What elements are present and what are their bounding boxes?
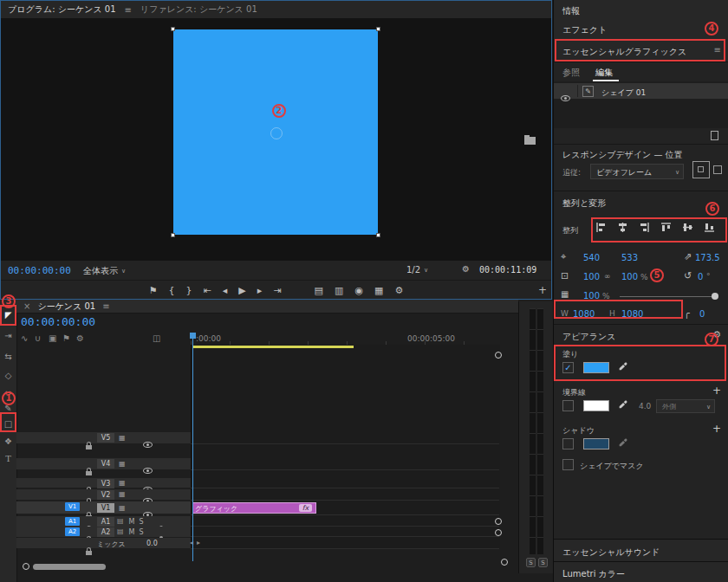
horizontal-scrollbar[interactable] — [33, 564, 106, 570]
close-icon[interactable]: × — [23, 301, 30, 311]
shape-handle-bl[interactable] — [171, 233, 175, 237]
time-ruler[interactable]: :00:00 00:00:05:00 — [191, 333, 499, 346]
follow-select[interactable]: ビデオフレーム ∨ — [590, 164, 684, 179]
clip-fx-badge[interactable]: fx — [299, 504, 312, 512]
zoom-level-select[interactable]: 全体表示 ∨ — [83, 265, 126, 277]
ripple-edit-tool[interactable]: ⇆ — [0, 352, 16, 361]
effects-panel-tab[interactable]: エフェクト — [554, 19, 728, 40]
timeline-menu-icon[interactable]: ≡ — [102, 301, 109, 311]
stroke-width-value[interactable]: 4.0 — [639, 402, 651, 411]
track-output-eye-icon[interactable] — [143, 442, 153, 448]
hand-tool[interactable]: ❖ — [0, 436, 16, 446]
sync-lock-icon[interactable]: ▦ — [119, 490, 126, 498]
layer-name[interactable]: シェイプ 01 — [601, 87, 646, 99]
caption-track-icon[interactable]: ◫ — [153, 333, 160, 343]
go-to-in-icon[interactable]: ⇤ — [204, 285, 211, 296]
track-label-v1[interactable]: V1 — [97, 503, 114, 513]
mute-button[interactable]: M — [127, 528, 136, 536]
play-icon[interactable]: ▶ — [238, 285, 245, 296]
corner-radius-value[interactable]: 0 — [699, 309, 705, 319]
meter-solo-left[interactable]: S — [526, 558, 536, 567]
opacity-slider-track[interactable] — [620, 296, 717, 297]
panel-menu-icon[interactable]: ≡ — [125, 5, 132, 15]
button-editor-icon[interactable]: ⚙ — [394, 285, 403, 296]
shadow-eyedropper-icon[interactable] — [618, 438, 627, 448]
mix-level-value[interactable]: 0.0 — [146, 540, 158, 547]
track-output-eye-icon[interactable] — [143, 468, 153, 474]
shadow-checkbox[interactable] — [562, 438, 574, 449]
sync-lock-icon[interactable]: ▦ — [119, 460, 126, 468]
sequence-marker-icon[interactable]: ⚑ — [62, 333, 70, 343]
playhead-line[interactable] — [192, 334, 193, 561]
info-panel-tab[interactable]: 情報 — [554, 0, 728, 20]
vscroll-handle[interactable] — [495, 352, 502, 359]
work-area-bar[interactable] — [192, 346, 354, 348]
linked-selection-icon[interactable]: ▣ — [49, 333, 56, 343]
essential-sound-tab[interactable]: エッセンシャルサウンド — [554, 539, 728, 563]
opacity-slider-thumb[interactable] — [712, 293, 718, 300]
sync-lock-icon[interactable]: ▦ — [119, 504, 126, 512]
add-shadow-icon[interactable]: + — [712, 423, 721, 435]
lumetri-color-tab[interactable]: Lumetri カラー — [554, 561, 728, 582]
go-to-out-icon[interactable]: ⇥ — [273, 285, 281, 296]
audio-waveform-icon[interactable]: ▤ — [117, 517, 124, 525]
track-content-area[interactable] — [191, 345, 500, 549]
vscroll-handle[interactable] — [495, 518, 502, 525]
vscroll-handle[interactable] — [495, 529, 502, 536]
mark-in-icon[interactable]: { — [169, 285, 175, 296]
audio-waveform-icon[interactable]: ▤ — [117, 527, 124, 535]
mute-button[interactable]: M — [127, 518, 136, 526]
shape-anchor-point[interactable] — [270, 127, 283, 139]
stroke-type-select[interactable]: 外側 ∨ — [656, 399, 715, 413]
keyframe-next-icon[interactable]: ▸ — [197, 539, 200, 546]
tab-edit[interactable]: 編集 — [595, 67, 613, 79]
track-label-v2[interactable]: V2 — [97, 490, 114, 500]
stroke-color-swatch[interactable] — [583, 400, 609, 411]
link-scale-icon[interactable]: ∞ — [604, 272, 611, 281]
position-y-value[interactable]: 533 — [621, 253, 638, 262]
solo-button[interactable]: S — [137, 518, 146, 526]
layer-row-shape01[interactable]: ✎ シェイプ 01 — [554, 83, 728, 99]
track-label-v5[interactable]: V5 — [97, 433, 114, 443]
lock-icon[interactable] — [86, 551, 92, 555]
add-stroke-icon[interactable]: + — [712, 385, 721, 397]
program-viewport[interactable] — [1, 18, 551, 261]
scale-value[interactable]: 100 — [621, 272, 638, 281]
rotation-value[interactable]: 0 — [698, 272, 703, 281]
sync-lock-icon[interactable]: ▦ — [119, 479, 126, 487]
track-label-v3[interactable]: V3 — [97, 479, 114, 488]
lock-icon[interactable] — [86, 471, 92, 475]
hscroll-end-handle[interactable] — [501, 559, 508, 566]
tab-program[interactable]: プログラム: シーケンス 01 — [8, 3, 116, 16]
stroke-eyedropper-icon[interactable] — [618, 400, 627, 410]
program-timecode[interactable]: 00:00:00:00 — [8, 265, 71, 276]
hscroll-start-handle[interactable] — [23, 563, 29, 570]
new-folder-icon[interactable] — [524, 137, 536, 145]
type-tool[interactable]: T — [0, 454, 16, 463]
playback-resolution-select[interactable]: 1/2 ∨ — [406, 265, 428, 275]
responsive-pin-widget[interactable] — [689, 159, 727, 182]
add-marker-icon[interactable]: ⚑ — [149, 285, 158, 296]
track-select-tool[interactable]: ⇥ — [0, 331, 16, 340]
lock-icon[interactable] — [86, 445, 92, 449]
rotation-value-right[interactable]: 173.5 — [695, 253, 720, 262]
shape-handle-tl[interactable] — [171, 27, 175, 31]
add-button-icon[interactable]: + — [538, 284, 547, 296]
shape-rectangle[interactable] — [173, 29, 378, 235]
sync-lock-icon[interactable]: ▦ — [119, 434, 126, 442]
meter-solo-right[interactable]: S — [538, 558, 548, 567]
razor-tool[interactable]: ◇ — [0, 371, 16, 380]
tab-browse[interactable]: 参照 — [562, 67, 580, 79]
pin-side-box[interactable] — [713, 165, 722, 174]
export-frame-icon[interactable]: ◉ — [354, 285, 363, 296]
position-x-value[interactable]: 540 — [583, 253, 600, 262]
snap-magnet-icon[interactable]: ∪ — [35, 333, 41, 343]
track-label-a2[interactable]: A2 — [97, 527, 114, 537]
mark-out-icon[interactable]: } — [186, 285, 192, 296]
step-forward-icon[interactable]: ▸ — [257, 285, 263, 296]
anchor-value[interactable]: 100 — [583, 272, 600, 281]
track-label-a1[interactable]: A1 — [97, 517, 114, 527]
source-patch-a2[interactable]: A2 — [65, 527, 80, 536]
new-layer-icon[interactable] — [711, 131, 718, 140]
shape-handle-br[interactable] — [376, 233, 380, 237]
